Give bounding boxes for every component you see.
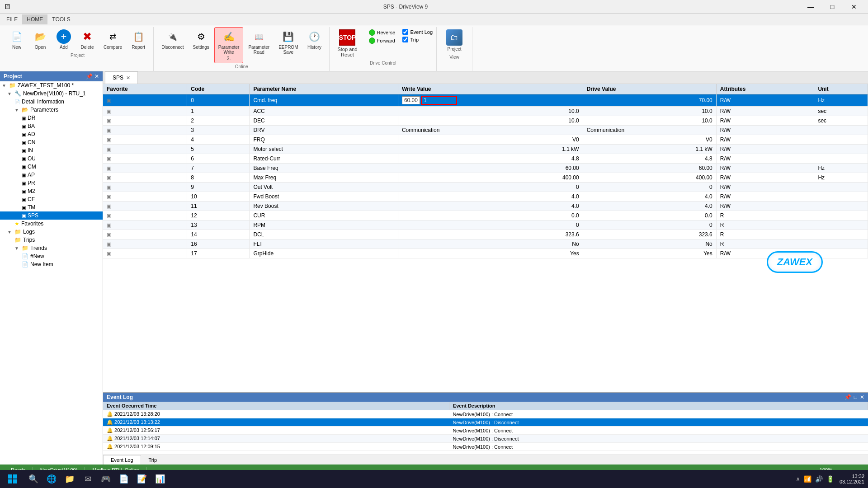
battery-icon[interactable]: 🔋 <box>826 475 834 483</box>
trip-tab[interactable]: Trip <box>141 455 165 465</box>
tree-item-detail-info[interactable]: 📄 Detail Information <box>0 98 103 106</box>
taskbar-folder-icon[interactable]: 📁 <box>61 471 78 487</box>
disconnect-button[interactable]: 🔌 Disconnect <box>157 27 188 52</box>
tree-item-favorites[interactable]: ★ Favorites <box>0 220 103 228</box>
taskbar-mail-icon[interactable]: ✉ <box>80 471 96 487</box>
taskbar-game-icon[interactable]: 🎮 <box>98 471 114 487</box>
tree-item-tm[interactable]: ▣ TM <box>0 203 103 211</box>
tree-item-root[interactable]: ▼ 📁 ZAWEX_TEST_M100 * <box>0 81 103 89</box>
eeprom-save-button[interactable]: 💾 EEPROMSave <box>274 27 302 57</box>
tree-item-parameters[interactable]: ▼ 📂 Parameters <box>0 106 103 114</box>
write-value-input[interactable] <box>421 96 457 105</box>
param-read-button[interactable]: 📖 ParameterRead <box>244 27 274 57</box>
new-button[interactable]: 📄 New <box>5 27 28 52</box>
speaker-icon[interactable]: 🔊 <box>815 475 823 483</box>
event-row[interactable]: 🔔 2021/12/03 12:09:15 NewDrive(M100) : C… <box>103 443 868 451</box>
close-btn[interactable]: ✕ <box>844 0 864 14</box>
parameters-icon: 📂 <box>22 107 28 113</box>
tree-item-dr[interactable]: ▣ DR <box>0 114 103 122</box>
panel-pin-btn[interactable]: 📌 <box>86 73 93 80</box>
tree-item-in[interactable]: ▣ IN <box>0 146 103 155</box>
tm-label: TM <box>28 204 35 211</box>
tree-item-ap[interactable]: ▣ AP <box>0 171 103 179</box>
tab-sps-label: SPS <box>113 75 123 81</box>
tree-item-trends[interactable]: ▼ 📁 Trends <box>0 244 103 252</box>
reverse-button[interactable]: Reverse <box>367 29 397 36</box>
project-group-label: Project <box>71 53 85 58</box>
menu-file[interactable]: FILE <box>2 14 22 24</box>
add-button[interactable]: + Add <box>52 27 75 52</box>
online-group-label: Online <box>235 64 248 69</box>
event-log-maximize-btn[interactable]: □ <box>854 394 857 400</box>
sys-expand-icon[interactable]: ∧ <box>796 475 800 483</box>
forward-button[interactable]: Forward <box>367 37 397 44</box>
ribbon-group-drive-control: STOP Stop andReset Reverse Forward Event… <box>330 27 437 71</box>
taskbar-browser-icon[interactable]: 🌐 <box>43 471 60 487</box>
open-button[interactable]: 📂 Open <box>29 27 52 52</box>
settings-button[interactable]: ⚙ Settings <box>189 27 213 52</box>
trip-checkbox-label[interactable]: Trip <box>402 37 433 42</box>
wifi-icon[interactable]: 📶 <box>804 475 811 483</box>
taskbar-search-icon[interactable]: 🔍 <box>25 471 42 487</box>
table-row: ▣ 9 Out Volt 0 0 R/W <box>103 183 868 192</box>
root-label: ZAWEX_TEST_M100 * <box>18 82 74 89</box>
maximize-btn[interactable]: □ <box>822 0 843 14</box>
tree-item-ad[interactable]: ▣ AD <box>0 130 103 138</box>
tab-sps-close[interactable]: ✕ <box>126 75 130 81</box>
compare-button[interactable]: ⇄ Compare <box>99 27 126 52</box>
delete-label: Delete <box>81 45 94 50</box>
taskbar-app-icon[interactable]: 📊 <box>152 471 168 487</box>
event-row[interactable]: 🔔 2021/12/03 13:28:20 NewDrive(M100) : C… <box>103 410 868 418</box>
event-row[interactable]: 🔔 2021/12/03 13:13:22 NewDrive(M100) : D… <box>103 418 868 427</box>
tree-item-newdrive[interactable]: ▼ 🔧 NewDrive(M100) - RTU_1 <box>0 89 103 98</box>
trips-icon: 📁 <box>14 237 21 243</box>
taskbar-editor-icon[interactable]: 📝 <box>134 471 150 487</box>
clock-date: 03.12.2021 <box>840 479 864 484</box>
compare-label: Compare <box>104 45 122 50</box>
panel-close-btn[interactable]: ✕ <box>94 73 99 80</box>
menu-home[interactable]: HOME <box>22 14 47 24</box>
event-log-close-btn[interactable]: ✕ <box>860 394 864 400</box>
report-label: Report <box>132 45 145 50</box>
param-write-button[interactable]: ✍ ParameterWrite 2. <box>214 27 244 63</box>
report-button[interactable]: 📋 Report <box>127 27 150 52</box>
tree-item-m2[interactable]: ▣ M2 <box>0 187 103 195</box>
event-log-checkbox[interactable] <box>402 29 408 35</box>
event-row[interactable]: 🔔 2021/12/03 12:14:07 NewDrive(M100) : D… <box>103 435 868 443</box>
delete-button[interactable]: ✖ Delete <box>76 27 99 52</box>
tm-icon: ▣ <box>22 205 26 210</box>
ad-icon: ▣ <box>22 132 26 137</box>
tab-sps[interactable]: SPS ✕ <box>105 71 138 84</box>
trip-checkbox[interactable] <box>402 37 408 42</box>
taskbar-pdf-icon[interactable]: 📄 <box>116 471 132 487</box>
tree-item-trips[interactable]: 📁 Trips <box>0 236 103 244</box>
tree-item-cf[interactable]: ▣ CF <box>0 195 103 203</box>
event-log-tab[interactable]: Event Log <box>103 455 141 465</box>
open-label: Open <box>35 45 46 50</box>
event-log-pin-btn[interactable]: 📌 <box>844 394 851 400</box>
tree-item-cm[interactable]: ▣ CM <box>0 163 103 171</box>
tree-item-hash-new[interactable]: 📄 #New <box>0 252 103 260</box>
stop-reset-button[interactable]: STOP Stop andReset <box>333 27 361 60</box>
tree-item-pr[interactable]: ▣ PR <box>0 179 103 187</box>
tree-item-ba[interactable]: ▣ BA <box>0 122 103 130</box>
tree-item-ou[interactable]: ▣ OU <box>0 155 103 163</box>
main-area: Project 📌 ✕ ▼ 📁 ZAWEX_TEST_M100 * ▼ 🔧 Ne… <box>0 71 868 465</box>
fwd-rev-controls: Reverse Forward <box>367 27 397 44</box>
clock-display[interactable]: 13:32 03.12.2021 <box>840 474 864 484</box>
event-row[interactable]: 🔔 2021/12/03 12:56:17 NewDrive(M100) : C… <box>103 427 868 435</box>
tree-item-new-item[interactable]: 📄 New Item <box>0 260 103 268</box>
history-button[interactable]: 🕐 History <box>303 27 326 52</box>
event-log-checkbox-label[interactable]: Event Log <box>402 29 433 35</box>
start-button[interactable] <box>4 472 22 486</box>
forward-label: Forward <box>377 38 395 43</box>
minimize-btn[interactable]: — <box>800 0 821 14</box>
project-view-button[interactable]: 🗂 Project <box>440 27 468 54</box>
project-panel: Project 📌 ✕ ▼ 📁 ZAWEX_TEST_M100 * ▼ 🔧 Ne… <box>0 71 103 465</box>
menu-tools[interactable]: TOOLS <box>47 14 75 24</box>
ou-icon: ▣ <box>22 156 26 161</box>
tree-item-sps[interactable]: ▣ SPS <box>0 211 103 220</box>
tree-item-logs[interactable]: ▼ 📁 Logs <box>0 228 103 236</box>
svg-rect-3 <box>13 479 17 483</box>
tree-item-cn[interactable]: ▣ CN <box>0 138 103 146</box>
